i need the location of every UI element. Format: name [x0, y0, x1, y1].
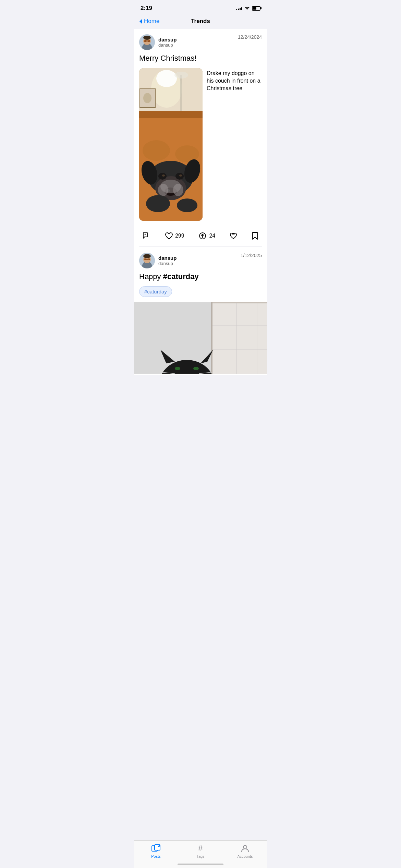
boost-count: 24: [209, 233, 215, 239]
post-actions: 299 24: [139, 226, 262, 246]
content-area: dansup dansup 12/24/2024 Merry Christmas…: [134, 29, 267, 375]
display-name: dansup: [158, 255, 177, 261]
page-title: Trends: [191, 18, 210, 25]
nav-bar: Home Trends: [134, 14, 267, 29]
hashtag-pill[interactable]: #caturday: [139, 286, 172, 297]
user-info: dansup dansup: [158, 37, 177, 48]
svg-point-33: [177, 198, 197, 212]
back-button[interactable]: Home: [139, 18, 159, 25]
svg-rect-47: [212, 302, 267, 374]
post-date: 12/24/2024: [238, 34, 262, 40]
post-media-row: Drake my doggo on his couch in front on …: [139, 68, 262, 221]
svg-point-40: [143, 254, 151, 258]
post-header: dansup dansup 12/24/2024: [139, 34, 262, 50]
post-text: Merry Christmas!: [139, 53, 262, 63]
svg-point-28: [179, 174, 182, 177]
svg-point-25: [158, 173, 167, 180]
svg-point-31: [173, 184, 183, 196]
post-item: dansup dansup 1/12/2025 Happy #caturday …: [134, 246, 267, 375]
svg-point-60: [175, 367, 180, 370]
post-hashtag-text: #caturday: [163, 272, 199, 281]
username-handle: dansup: [158, 261, 177, 266]
svg-rect-8: [148, 40, 149, 41]
svg-rect-18: [139, 111, 203, 118]
svg-point-3: [143, 36, 151, 40]
display-name: dansup: [158, 37, 177, 43]
signal-icon: [236, 6, 242, 10]
svg-rect-45: [148, 259, 149, 260]
username-handle: dansup: [158, 43, 177, 48]
svg-rect-52: [211, 302, 212, 374]
save-button[interactable]: [252, 232, 258, 240]
post-caption: Drake my doggo on his couch in front on …: [207, 68, 262, 221]
avatar: [139, 253, 155, 268]
post-header: dansup dansup 1/12/2025: [139, 253, 262, 268]
like-button[interactable]: 299: [165, 232, 184, 240]
post-image: [139, 68, 203, 221]
cat-image: [134, 302, 267, 375]
battery-icon: [252, 6, 260, 11]
svg-rect-44: [144, 259, 145, 260]
like-bookmark-button[interactable]: [229, 232, 238, 240]
post-date: 1/12/2025: [241, 253, 262, 258]
like-count: 299: [175, 233, 184, 239]
svg-rect-7: [144, 40, 145, 41]
wifi-icon: [244, 6, 250, 10]
svg-point-61: [193, 367, 199, 370]
svg-rect-62: [212, 302, 267, 303]
svg-point-19: [143, 140, 170, 161]
svg-point-32: [146, 195, 170, 212]
svg-point-12: [156, 70, 177, 87]
svg-point-14: [174, 72, 188, 79]
post-text: Happy #caturday: [139, 272, 262, 282]
post-item: dansup dansup 12/24/2024 Merry Christmas…: [134, 29, 267, 246]
svg-point-27: [162, 174, 165, 177]
avatar: [139, 34, 155, 50]
svg-point-26: [175, 173, 184, 180]
back-label: Home: [144, 18, 159, 25]
reply-button[interactable]: [143, 232, 151, 240]
boost-button[interactable]: 24: [198, 232, 215, 240]
svg-point-16: [143, 93, 151, 103]
status-time: 2:19: [141, 5, 152, 12]
user-info: dansup dansup: [158, 255, 177, 266]
post-user: dansup dansup: [139, 34, 177, 50]
svg-point-30: [158, 184, 168, 196]
status-icons: [236, 6, 260, 11]
status-bar: 2:19: [134, 0, 267, 14]
post-user: dansup dansup: [139, 253, 177, 268]
